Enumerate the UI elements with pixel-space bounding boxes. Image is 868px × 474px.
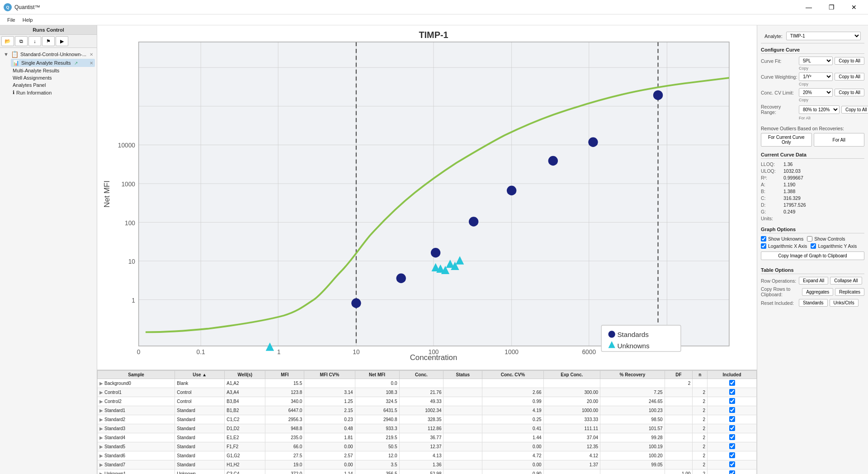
copy-image-button[interactable]: Copy Image of Graph to Clipboard [761, 251, 864, 260]
col-conc-cv[interactable]: Conc. CV% [482, 371, 543, 379]
chart-svg: TIMP-1 [97, 25, 757, 370]
table-row[interactable]: ▶Standard3 Standard D1,D2 948.8 0.48 933… [98, 424, 757, 433]
curve-fit-dropdown[interactable]: 5PL4PLLinear [799, 57, 833, 65]
col-use[interactable]: Use ▲ [175, 371, 225, 379]
sidebar-down-button[interactable]: ↓ [28, 36, 41, 46]
cell-included[interactable] [708, 424, 757, 433]
menu-help[interactable]: Help [19, 16, 37, 24]
sidebar-copy-button[interactable]: ⧉ [15, 36, 28, 46]
analyte-dropdown[interactable]: TIMP-1 [786, 32, 861, 40]
tree-item-single-analyte[interactable]: 📊 Single Analyte Results ↗ ✕ [11, 59, 95, 67]
included-checkbox[interactable] [729, 389, 735, 395]
included-checkbox[interactable] [729, 425, 735, 431]
col-mfi[interactable]: MFI [265, 371, 304, 379]
tree-item-multi-analyte[interactable]: Multi-Analyte Results [11, 67, 95, 74]
col-wells[interactable]: Well(s) [225, 371, 265, 379]
aggregates-button[interactable]: Aggregates [802, 288, 833, 296]
included-checkbox[interactable] [729, 398, 735, 404]
col-net-mfi[interactable]: Net MFI [355, 371, 399, 379]
cell-n: 2 [693, 460, 708, 469]
col-status[interactable]: Status [443, 371, 482, 379]
close-button[interactable]: ✕ [844, 0, 864, 14]
included-checkbox[interactable] [729, 443, 735, 449]
table-row[interactable]: ▶Control1 Control A3,A4 123.8 3.14 108.3… [98, 388, 757, 397]
replicates-button[interactable]: Replicates [835, 288, 864, 296]
copy-to-all-curve-fit[interactable]: Copy to All [835, 57, 864, 65]
table-row[interactable]: ▶Background0 Blank A1,A2 15.5 0.0 2 [98, 379, 757, 388]
col-included[interactable]: Included [708, 371, 757, 379]
show-unknowns-checkbox[interactable] [761, 236, 766, 242]
curve-weighting-dropdown[interactable]: 1/Y²None1/Y [799, 72, 833, 81]
included-checkbox[interactable] [729, 416, 735, 422]
copy-label-3: Copy [799, 98, 864, 102]
included-checkbox[interactable] [729, 452, 735, 458]
menu-file[interactable]: File [4, 16, 19, 24]
table-row[interactable]: ▶Unknown1 Unknown C3,C4 372.0 1.14 356.5… [98, 469, 757, 474]
log-y-row[interactable]: Logarithmic Y Axis [811, 243, 857, 249]
unks-ctrls-button[interactable]: Unks/Ctrls [830, 299, 859, 307]
cell-included[interactable] [708, 406, 757, 415]
cell-included[interactable] [708, 442, 757, 451]
included-checkbox[interactable] [729, 470, 735, 474]
g-row: G: 0.249 [761, 209, 864, 214]
cell-included[interactable] [708, 388, 757, 397]
included-checkbox[interactable] [729, 407, 735, 413]
cell-included[interactable] [708, 379, 757, 388]
expand-all-button[interactable]: Expand All [799, 277, 828, 284]
cell-included[interactable] [708, 469, 757, 474]
standards-button[interactable]: Standards [799, 299, 828, 307]
copy-to-all-recovery[interactable]: Copy to All [841, 106, 868, 114]
single-analyte-close-button[interactable]: ✕ [90, 61, 93, 66]
log-x-row[interactable]: Logarithmic X Axis [761, 243, 807, 249]
table-row[interactable]: ▶Standard7 Standard H1,H2 19.0 0.00 3.5 … [98, 460, 757, 469]
show-unknowns-row[interactable]: Show Unknowns [761, 236, 803, 242]
cell-included[interactable] [708, 433, 757, 442]
cell-use: Standard [175, 442, 225, 451]
col-pct-recovery[interactable]: % Recovery [600, 371, 665, 379]
tree-expand-icon[interactable]: ▼ [4, 52, 9, 57]
tree-close-button[interactable]: ✕ [90, 52, 93, 57]
sidebar-play-button[interactable]: ▶ [56, 36, 68, 46]
cell-included[interactable] [708, 451, 757, 460]
recovery-range-dropdown[interactable]: 80% to 120%70% to 130%85% to 115% [799, 105, 840, 114]
log-x-checkbox[interactable] [761, 243, 766, 249]
table-row[interactable]: ▶Standard4 Standard E1,E2 235.0 1.81 219… [98, 433, 757, 442]
included-checkbox[interactable] [729, 380, 735, 386]
log-y-checkbox[interactable] [811, 243, 816, 249]
included-checkbox[interactable] [729, 434, 735, 440]
table-row[interactable]: ▶Standard6 Standard G1,G2 27.5 2.57 12.0… [98, 451, 757, 460]
col-df[interactable]: DF [665, 371, 693, 379]
table-row[interactable]: ▶Control2 Control B3,B4 340.0 1.25 324.5… [98, 397, 757, 406]
tree-item-analytes-panel[interactable]: Analytes Panel [11, 81, 95, 89]
cell-included[interactable] [708, 397, 757, 406]
tree-item-run-info[interactable]: ℹ Run Information [11, 89, 95, 96]
svg-text:1000: 1000 [505, 349, 519, 356]
maximize-button[interactable]: ❐ [821, 0, 842, 14]
included-checkbox[interactable] [729, 461, 735, 467]
for-current-curve-button[interactable]: For Current Curve Only [761, 133, 812, 147]
col-sample[interactable]: Sample [98, 371, 175, 379]
table-row[interactable]: ▶Standard2 Standard C1,C2 2956.3 0.23 29… [98, 415, 757, 424]
show-controls-checkbox[interactable] [807, 236, 812, 242]
show-controls-row[interactable]: Show Controls [807, 236, 845, 242]
copy-to-all-conc-cv[interactable]: Copy to All [835, 89, 864, 96]
table-row[interactable]: ▶Standard1 Standard B1,B2 6447.0 2.15 64… [98, 406, 757, 415]
b-label: B: [761, 189, 783, 194]
minimize-button[interactable]: — [798, 0, 819, 14]
collapse-all-button[interactable]: Collapse All [830, 277, 862, 284]
col-conc[interactable]: Conc. [399, 371, 443, 379]
sidebar-open-button[interactable]: 📂 [1, 36, 14, 46]
tree-root-item[interactable]: ▼ 📋 Standard-Control-Unknown-... ✕ [2, 50, 95, 59]
col-mfi-cv[interactable]: MFI CV% [304, 371, 355, 379]
cell-included[interactable] [708, 415, 757, 424]
copy-to-all-weighting[interactable]: Copy to All [835, 73, 864, 81]
cell-included[interactable] [708, 460, 757, 469]
conc-cv-dropdown[interactable]: 20%10%15%25% [799, 88, 833, 97]
col-n[interactable]: n [693, 371, 708, 379]
sidebar-flag-button[interactable]: ⚑ [42, 36, 55, 46]
table-row[interactable]: ▶Standard5 Standard F1,F2 66.0 0.00 50.5… [98, 442, 757, 451]
tree-item-well-assignments[interactable]: Well Assignments [11, 74, 95, 81]
info-icon: ℹ [13, 90, 14, 95]
for-all-button[interactable]: For All [814, 133, 865, 147]
col-exp-conc[interactable]: Exp Conc. [543, 371, 600, 379]
